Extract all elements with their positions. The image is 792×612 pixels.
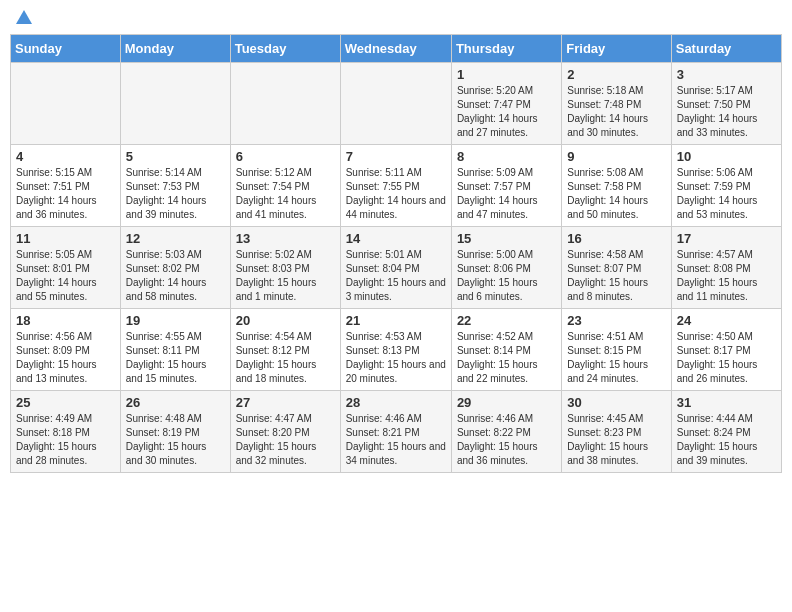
calendar-cell: 31Sunrise: 4:44 AM Sunset: 8:24 PM Dayli… xyxy=(671,391,781,473)
day-number: 12 xyxy=(126,231,225,246)
day-number: 4 xyxy=(16,149,115,164)
calendar-cell: 18Sunrise: 4:56 AM Sunset: 8:09 PM Dayli… xyxy=(11,309,121,391)
day-number: 22 xyxy=(457,313,556,328)
day-info: Sunrise: 4:56 AM Sunset: 8:09 PM Dayligh… xyxy=(16,330,115,386)
day-number: 31 xyxy=(677,395,776,410)
day-number: 9 xyxy=(567,149,665,164)
calendar-cell: 24Sunrise: 4:50 AM Sunset: 8:17 PM Dayli… xyxy=(671,309,781,391)
weekday-header-tuesday: Tuesday xyxy=(230,35,340,63)
day-info: Sunrise: 5:15 AM Sunset: 7:51 PM Dayligh… xyxy=(16,166,115,222)
calendar-cell: 25Sunrise: 4:49 AM Sunset: 8:18 PM Dayli… xyxy=(11,391,121,473)
calendar-cell: 11Sunrise: 5:05 AM Sunset: 8:01 PM Dayli… xyxy=(11,227,121,309)
day-number: 11 xyxy=(16,231,115,246)
day-number: 10 xyxy=(677,149,776,164)
weekday-header-saturday: Saturday xyxy=(671,35,781,63)
calendar-cell: 2Sunrise: 5:18 AM Sunset: 7:48 PM Daylig… xyxy=(562,63,671,145)
day-number: 6 xyxy=(236,149,335,164)
day-number: 5 xyxy=(126,149,225,164)
calendar-cell: 27Sunrise: 4:47 AM Sunset: 8:20 PM Dayli… xyxy=(230,391,340,473)
calendar: SundayMondayTuesdayWednesdayThursdayFrid… xyxy=(10,34,782,473)
calendar-cell: 22Sunrise: 4:52 AM Sunset: 8:14 PM Dayli… xyxy=(451,309,561,391)
calendar-cell: 9Sunrise: 5:08 AM Sunset: 7:58 PM Daylig… xyxy=(562,145,671,227)
logo xyxy=(14,10,32,28)
day-info: Sunrise: 5:05 AM Sunset: 8:01 PM Dayligh… xyxy=(16,248,115,304)
day-info: Sunrise: 4:57 AM Sunset: 8:08 PM Dayligh… xyxy=(677,248,776,304)
day-info: Sunrise: 5:03 AM Sunset: 8:02 PM Dayligh… xyxy=(126,248,225,304)
day-number: 18 xyxy=(16,313,115,328)
day-info: Sunrise: 4:53 AM Sunset: 8:13 PM Dayligh… xyxy=(346,330,446,386)
calendar-cell: 1Sunrise: 5:20 AM Sunset: 7:47 PM Daylig… xyxy=(451,63,561,145)
day-number: 21 xyxy=(346,313,446,328)
day-info: Sunrise: 5:12 AM Sunset: 7:54 PM Dayligh… xyxy=(236,166,335,222)
day-info: Sunrise: 4:45 AM Sunset: 8:23 PM Dayligh… xyxy=(567,412,665,468)
calendar-cell: 20Sunrise: 4:54 AM Sunset: 8:12 PM Dayli… xyxy=(230,309,340,391)
day-number: 1 xyxy=(457,67,556,82)
calendar-cell: 8Sunrise: 5:09 AM Sunset: 7:57 PM Daylig… xyxy=(451,145,561,227)
day-number: 25 xyxy=(16,395,115,410)
day-number: 7 xyxy=(346,149,446,164)
day-info: Sunrise: 5:08 AM Sunset: 7:58 PM Dayligh… xyxy=(567,166,665,222)
calendar-cell: 5Sunrise: 5:14 AM Sunset: 7:53 PM Daylig… xyxy=(120,145,230,227)
day-info: Sunrise: 5:11 AM Sunset: 7:55 PM Dayligh… xyxy=(346,166,446,222)
day-info: Sunrise: 4:58 AM Sunset: 8:07 PM Dayligh… xyxy=(567,248,665,304)
calendar-cell: 4Sunrise: 5:15 AM Sunset: 7:51 PM Daylig… xyxy=(11,145,121,227)
day-info: Sunrise: 5:14 AM Sunset: 7:53 PM Dayligh… xyxy=(126,166,225,222)
day-info: Sunrise: 4:50 AM Sunset: 8:17 PM Dayligh… xyxy=(677,330,776,386)
day-info: Sunrise: 4:44 AM Sunset: 8:24 PM Dayligh… xyxy=(677,412,776,468)
day-info: Sunrise: 4:46 AM Sunset: 8:22 PM Dayligh… xyxy=(457,412,556,468)
calendar-cell: 28Sunrise: 4:46 AM Sunset: 8:21 PM Dayli… xyxy=(340,391,451,473)
calendar-cell: 19Sunrise: 4:55 AM Sunset: 8:11 PM Dayli… xyxy=(120,309,230,391)
calendar-cell: 12Sunrise: 5:03 AM Sunset: 8:02 PM Dayli… xyxy=(120,227,230,309)
day-info: Sunrise: 5:09 AM Sunset: 7:57 PM Dayligh… xyxy=(457,166,556,222)
logo-triangle-icon xyxy=(16,10,32,24)
day-number: 24 xyxy=(677,313,776,328)
day-number: 8 xyxy=(457,149,556,164)
week-row-2: 4Sunrise: 5:15 AM Sunset: 7:51 PM Daylig… xyxy=(11,145,782,227)
day-number: 28 xyxy=(346,395,446,410)
week-row-3: 11Sunrise: 5:05 AM Sunset: 8:01 PM Dayli… xyxy=(11,227,782,309)
day-number: 26 xyxy=(126,395,225,410)
day-number: 3 xyxy=(677,67,776,82)
day-info: Sunrise: 4:55 AM Sunset: 8:11 PM Dayligh… xyxy=(126,330,225,386)
weekday-header-monday: Monday xyxy=(120,35,230,63)
calendar-cell: 13Sunrise: 5:02 AM Sunset: 8:03 PM Dayli… xyxy=(230,227,340,309)
day-info: Sunrise: 5:06 AM Sunset: 7:59 PM Dayligh… xyxy=(677,166,776,222)
day-info: Sunrise: 5:00 AM Sunset: 8:06 PM Dayligh… xyxy=(457,248,556,304)
day-number: 14 xyxy=(346,231,446,246)
calendar-cell: 17Sunrise: 4:57 AM Sunset: 8:08 PM Dayli… xyxy=(671,227,781,309)
day-number: 13 xyxy=(236,231,335,246)
day-number: 23 xyxy=(567,313,665,328)
calendar-cell: 23Sunrise: 4:51 AM Sunset: 8:15 PM Dayli… xyxy=(562,309,671,391)
calendar-cell: 26Sunrise: 4:48 AM Sunset: 8:19 PM Dayli… xyxy=(120,391,230,473)
calendar-cell: 21Sunrise: 4:53 AM Sunset: 8:13 PM Dayli… xyxy=(340,309,451,391)
day-info: Sunrise: 5:18 AM Sunset: 7:48 PM Dayligh… xyxy=(567,84,665,140)
weekday-header-thursday: Thursday xyxy=(451,35,561,63)
day-info: Sunrise: 4:49 AM Sunset: 8:18 PM Dayligh… xyxy=(16,412,115,468)
day-info: Sunrise: 4:47 AM Sunset: 8:20 PM Dayligh… xyxy=(236,412,335,468)
calendar-cell: 14Sunrise: 5:01 AM Sunset: 8:04 PM Dayli… xyxy=(340,227,451,309)
weekday-header-sunday: Sunday xyxy=(11,35,121,63)
day-info: Sunrise: 5:01 AM Sunset: 8:04 PM Dayligh… xyxy=(346,248,446,304)
day-number: 27 xyxy=(236,395,335,410)
day-info: Sunrise: 5:20 AM Sunset: 7:47 PM Dayligh… xyxy=(457,84,556,140)
day-number: 20 xyxy=(236,313,335,328)
day-number: 16 xyxy=(567,231,665,246)
weekday-header-friday: Friday xyxy=(562,35,671,63)
weekday-header-wednesday: Wednesday xyxy=(340,35,451,63)
calendar-cell: 10Sunrise: 5:06 AM Sunset: 7:59 PM Dayli… xyxy=(671,145,781,227)
week-row-1: 1Sunrise: 5:20 AM Sunset: 7:47 PM Daylig… xyxy=(11,63,782,145)
day-info: Sunrise: 4:54 AM Sunset: 8:12 PM Dayligh… xyxy=(236,330,335,386)
calendar-cell xyxy=(120,63,230,145)
week-row-5: 25Sunrise: 4:49 AM Sunset: 8:18 PM Dayli… xyxy=(11,391,782,473)
weekday-header-row: SundayMondayTuesdayWednesdayThursdayFrid… xyxy=(11,35,782,63)
day-info: Sunrise: 4:48 AM Sunset: 8:19 PM Dayligh… xyxy=(126,412,225,468)
day-number: 30 xyxy=(567,395,665,410)
calendar-cell xyxy=(340,63,451,145)
day-number: 15 xyxy=(457,231,556,246)
week-row-4: 18Sunrise: 4:56 AM Sunset: 8:09 PM Dayli… xyxy=(11,309,782,391)
calendar-cell: 15Sunrise: 5:00 AM Sunset: 8:06 PM Dayli… xyxy=(451,227,561,309)
calendar-cell: 3Sunrise: 5:17 AM Sunset: 7:50 PM Daylig… xyxy=(671,63,781,145)
calendar-cell: 29Sunrise: 4:46 AM Sunset: 8:22 PM Dayli… xyxy=(451,391,561,473)
day-info: Sunrise: 5:02 AM Sunset: 8:03 PM Dayligh… xyxy=(236,248,335,304)
day-number: 19 xyxy=(126,313,225,328)
